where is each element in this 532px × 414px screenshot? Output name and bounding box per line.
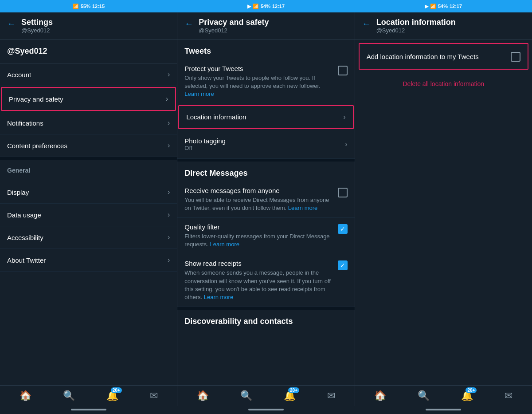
quality-filter-checkbox[interactable]: ✓ <box>338 224 348 234</box>
quality-filter-label: Quality filter <box>184 223 332 231</box>
settings-header: ← Settings @Syed012 <box>0 12 177 39</box>
location-subtitle: @Syed012 <box>376 27 456 34</box>
add-location-checkbox[interactable] <box>511 52 520 62</box>
content-preferences-chevron: › <box>168 142 170 150</box>
messages-icon-3[interactable]: ✉ <box>505 390 512 402</box>
quality-filter-content: Quality filter Filters lower-quality mes… <box>184 223 332 248</box>
protect-tweets-learn-more[interactable]: Learn more <box>184 91 214 97</box>
receive-messages-learn-more[interactable]: Learn more <box>288 205 317 211</box>
battery-2: 54% <box>261 4 270 9</box>
signal-icon-2: 📶 <box>253 4 259 9</box>
privacy-safety-chevron: › <box>166 95 168 103</box>
about-twitter-label: About Twitter <box>7 256 46 264</box>
home-icon-3[interactable]: 🏠 <box>374 390 386 402</box>
notifications-icon-2[interactable]: 🔔20+ <box>284 390 296 402</box>
home-indicator-row <box>0 406 532 414</box>
receive-messages-checkbox[interactable] <box>338 188 348 197</box>
display-chevron: › <box>168 188 170 196</box>
account-label: Account <box>7 71 31 79</box>
user-heading: @Syed012 <box>0 39 177 63</box>
photo-tagging-subtitle: Off <box>184 145 226 151</box>
about-twitter-chevron: › <box>168 256 170 264</box>
data-usage-item[interactable]: Data usage › <box>0 204 177 226</box>
settings-title: Settings <box>21 18 53 27</box>
location-info-nav[interactable]: Location information › <box>178 105 353 129</box>
data-usage-label: Data usage <box>7 211 41 219</box>
notification-badge-3: 20+ <box>466 387 477 393</box>
home-indicator-3 <box>355 406 532 414</box>
notifications-icon-1[interactable]: 🔔20+ <box>106 390 118 402</box>
privacy-back-button[interactable]: ← <box>184 19 193 29</box>
account-item[interactable]: Account › <box>0 63 177 86</box>
read-receipts-checkbox[interactable]: ✓ <box>338 260 348 270</box>
home-bar-3 <box>426 409 461 410</box>
photo-tagging-nav[interactable]: Photo tagging Off › <box>177 130 354 159</box>
content-preferences-item[interactable]: Content preferences › <box>0 134 177 157</box>
receive-messages-label: Receive messages from anyone <box>184 187 332 194</box>
battery-3: 54% <box>438 4 448 9</box>
bottom-nav: 🏠 🔍 🔔20+ ✉ 🏠 🔍 🔔20+ ✉ 🏠 🔍 🔔20+ ✉ <box>0 385 532 406</box>
settings-header-text: Settings @Syed012 <box>21 18 53 34</box>
messages-icon-2[interactable]: ✉ <box>327 390 335 402</box>
protect-tweets-row: Protect your Tweets Only show your Tweet… <box>177 59 354 104</box>
home-icon-1[interactable]: 🏠 <box>20 390 31 402</box>
read-receipts-learn-more[interactable]: Learn more <box>204 294 233 300</box>
accessibility-chevron: › <box>168 233 170 241</box>
time-3: 12:17 <box>450 4 462 9</box>
accessibility-item[interactable]: Accessibility › <box>0 226 177 249</box>
display-label: Display <box>7 189 29 196</box>
bottom-nav-panel-1: 🏠 🔍 🔔20+ ✉ <box>0 386 177 406</box>
search-icon-1[interactable]: 🔍 <box>63 390 75 402</box>
signal-icon-3: 📶 <box>430 4 436 9</box>
status-bar: 📶 55% 12:15 ▶ 📶 54% 12:17 ▶ 📶 54% 12:17 <box>0 0 532 12</box>
protect-tweets-checkbox[interactable] <box>338 66 348 75</box>
notification-badge-2: 20+ <box>288 387 299 393</box>
messages-icon-1[interactable]: ✉ <box>150 390 158 402</box>
receive-messages-row: Receive messages from anyone You will be… <box>177 181 354 218</box>
status-bar-1: 📶 55% 12:15 <box>0 4 177 9</box>
receive-messages-content: Receive messages from anyone You will be… <box>184 187 332 212</box>
discoverability-heading: Discoverability and contacts <box>177 310 354 330</box>
notifications-chevron: › <box>168 119 170 127</box>
youtube-icon-1: ▶ <box>247 4 251 9</box>
general-heading: General <box>0 160 177 181</box>
notifications-label: Notifications <box>7 119 43 127</box>
search-icon-2[interactable]: 🔍 <box>240 390 252 402</box>
bottom-nav-panel-3: 🏠 🔍 🔔20+ ✉ <box>355 386 532 406</box>
home-icon-2[interactable]: 🏠 <box>197 390 209 402</box>
location-header-text: Location information @Syed012 <box>376 18 456 34</box>
account-chevron: › <box>168 71 170 79</box>
bottom-nav-panel-2: 🏠 🔍 🔔20+ ✉ <box>177 386 355 406</box>
display-item[interactable]: Display › <box>0 181 177 204</box>
privacy-safety-label: Privacy and safety <box>9 95 63 103</box>
home-indicator-1 <box>0 406 177 414</box>
time-2: 12:17 <box>272 4 285 9</box>
privacy-header-text: Privacy and safety @Syed012 <box>199 18 269 34</box>
notifications-icon-3[interactable]: 🔔20+ <box>461 390 473 402</box>
settings-back-button[interactable]: ← <box>7 19 16 29</box>
privacy-safety-item[interactable]: Privacy and safety › <box>1 87 176 111</box>
panels-container: ← Settings @Syed012 @Syed012 Account › P… <box>0 12 532 385</box>
receive-messages-desc: You will be able to receive Direct Messa… <box>184 196 332 212</box>
privacy-title: Privacy and safety <box>199 18 269 27</box>
protect-tweets-label: Protect your Tweets <box>184 65 332 72</box>
search-icon-3[interactable]: 🔍 <box>418 390 430 402</box>
status-bar-2: ▶ 📶 54% 12:17 <box>177 4 355 9</box>
delete-location-button[interactable]: Delete all location information <box>355 73 532 95</box>
location-back-button[interactable]: ← <box>362 19 371 29</box>
read-receipts-content: Show read receipts When someone sends yo… <box>184 260 332 301</box>
about-twitter-item[interactable]: About Twitter › <box>0 249 177 272</box>
quality-filter-desc: Filters lower-quality messages from your… <box>184 233 332 248</box>
location-panel: ← Location information @Syed012 Add loca… <box>355 12 532 385</box>
notification-badge-1: 20+ <box>111 387 122 393</box>
youtube-icon-2: ▶ <box>425 4 428 9</box>
notifications-item[interactable]: Notifications › <box>0 112 177 134</box>
privacy-content: Tweets Protect your Tweets Only show you… <box>177 39 354 385</box>
home-bar-2 <box>248 409 284 410</box>
quality-filter-learn-more[interactable]: Learn more <box>210 241 239 248</box>
location-info-label: Location information <box>186 113 246 121</box>
quality-filter-row: Quality filter Filters lower-quality mes… <box>177 218 354 254</box>
photo-tagging-content: Photo tagging Off <box>184 137 226 151</box>
location-content: Add location information to my Tweets De… <box>355 39 532 385</box>
time-1: 12:15 <box>92 4 105 9</box>
